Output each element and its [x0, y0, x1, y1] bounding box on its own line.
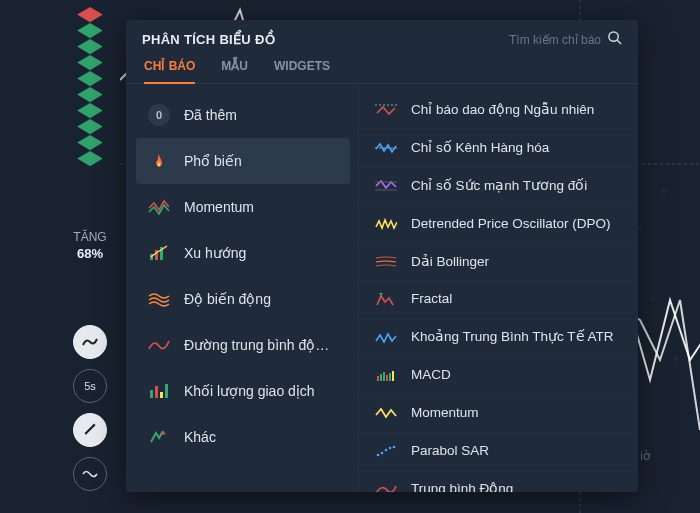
svg-point-43	[389, 447, 392, 450]
tab-mẫu[interactable]: MẪU	[221, 59, 248, 83]
category-badge[interactable]: 0Đã thêm	[136, 92, 350, 138]
indicator-label: Chỉ báo dao động Ngẫu nhiên	[411, 102, 594, 119]
svg-rect-26	[160, 392, 163, 398]
cci-icon	[375, 140, 397, 156]
momentum-icon	[148, 196, 170, 218]
draw-tool-btn[interactable]	[73, 413, 107, 447]
indicator-psar[interactable]: Parabol SAR	[359, 433, 632, 471]
indicator-label: Chỉ số Kênh Hàng hóa	[411, 140, 549, 157]
category-label: Đường trung bình độ…	[184, 337, 329, 353]
indicator-label: Chỉ số Sức mạnh Tương đối	[411, 178, 587, 195]
svg-rect-12	[77, 55, 102, 70]
flame-icon	[148, 150, 170, 172]
search-input[interactable]	[491, 33, 601, 47]
indicator-tool-btn[interactable]	[73, 457, 107, 491]
timeframe-btn[interactable]: 5s	[73, 369, 107, 403]
category-label: Momentum	[184, 199, 254, 215]
indicator-atr[interactable]: Khoảng Trung Bình Thực Tế ATR	[359, 319, 632, 357]
indicator-dpo[interactable]: Detrended Price Oscillator (DPO)	[359, 206, 632, 244]
svg-marker-33	[379, 293, 383, 296]
panel-title: PHÂN TÍCH BIỂU ĐỒ	[142, 32, 275, 47]
svg-rect-9	[77, 7, 102, 22]
tab-chỉ-báo[interactable]: CHỈ BÁO	[144, 59, 195, 83]
svg-rect-34	[377, 376, 379, 381]
fractal-icon	[375, 292, 397, 308]
category-flame[interactable]: Phổ biến	[136, 138, 350, 184]
svg-rect-11	[77, 39, 102, 54]
indicator-panel: PHÂN TÍCH BIỂU ĐỒ CHỈ BÁOMẪUWIDGETS 0Đã …	[126, 20, 638, 492]
category-label: Khác	[184, 429, 216, 445]
ma-icon	[148, 334, 170, 356]
indicators-column: Chỉ báo dao động Ngẫu nhiênChỉ số Kênh H…	[358, 84, 638, 492]
category-label: Phổ biến	[184, 153, 242, 169]
left-rail: TĂNG 68% 5s	[60, 0, 120, 513]
indicator-cci[interactable]: Chỉ số Kênh Hàng hóa	[359, 130, 632, 168]
stochastic-icon	[375, 102, 397, 118]
svg-point-40	[377, 454, 380, 457]
category-other[interactable]: Khác	[136, 414, 350, 460]
rsi-icon	[375, 178, 397, 194]
svg-rect-24	[150, 390, 153, 398]
svg-point-41	[381, 452, 384, 455]
psar-icon	[375, 443, 397, 459]
indicator-label: Parabol SAR	[411, 443, 489, 460]
category-volatility[interactable]: Độ biến động	[136, 276, 350, 322]
indicator-label: Detrended Price Oscillator (DPO)	[411, 216, 611, 233]
svg-line-20	[617, 40, 621, 44]
indicator-momentum2[interactable]: Momentum	[359, 395, 632, 433]
dpo-icon	[375, 216, 397, 232]
indicator-label: Fractal	[411, 291, 452, 308]
volatility-icon	[148, 288, 170, 310]
indicator-label: Dải Bollinger	[411, 254, 489, 271]
indicator-label: Khoảng Trung Bình Thực Tế ATR	[411, 329, 614, 346]
atr-icon	[375, 330, 397, 346]
indicator-label: Trung bình Động	[411, 481, 513, 492]
timeframe-label: 5s	[84, 380, 96, 392]
bg-timescale-label: iờ	[640, 449, 650, 463]
indicator-fractal[interactable]: Fractal	[359, 281, 632, 319]
indicator-label: Momentum	[411, 405, 479, 422]
search-icon[interactable]	[607, 30, 622, 49]
svg-rect-35	[380, 374, 382, 381]
svg-rect-15	[77, 103, 102, 118]
indicator-macd[interactable]: MACD	[359, 357, 632, 395]
svg-point-6	[650, 297, 655, 302]
category-trend[interactable]: Xu hướng	[136, 230, 350, 276]
svg-rect-18	[77, 151, 102, 166]
svg-rect-39	[392, 371, 394, 381]
svg-rect-14	[77, 87, 102, 102]
macd-icon	[375, 368, 397, 384]
indicator-bollinger[interactable]: Dải Bollinger	[359, 244, 632, 282]
svg-point-3	[638, 225, 643, 230]
category-volume[interactable]: Khối lượng giao dịch	[136, 368, 350, 414]
svg-point-4	[662, 189, 667, 194]
bollinger-icon	[375, 254, 397, 270]
indicator-label: MACD	[411, 367, 451, 384]
indicator-rsi[interactable]: Chỉ số Sức mạnh Tương đối	[359, 168, 632, 206]
category-label: Xu hướng	[184, 245, 246, 261]
svg-rect-38	[389, 373, 391, 381]
badge-icon: 0	[148, 104, 170, 126]
svg-rect-16	[77, 119, 102, 134]
svg-rect-17	[77, 135, 102, 150]
category-label: Độ biến động	[184, 291, 271, 307]
svg-rect-37	[386, 375, 388, 381]
svg-rect-27	[165, 384, 168, 398]
svg-rect-13	[77, 71, 102, 86]
direction-percent: 68%	[77, 246, 103, 261]
svg-point-8	[674, 357, 679, 362]
indicator-stochastic[interactable]: Chỉ báo dao động Ngẫu nhiên	[359, 92, 632, 130]
svg-rect-10	[77, 23, 102, 38]
category-momentum[interactable]: Momentum	[136, 184, 350, 230]
category-ma[interactable]: Đường trung bình độ…	[136, 322, 350, 368]
svg-point-19	[609, 32, 618, 41]
category-label: Khối lượng giao dịch	[184, 383, 315, 399]
chart-type-btn[interactable]	[73, 325, 107, 359]
svg-point-44	[393, 446, 396, 449]
tab-widgets[interactable]: WIDGETS	[274, 59, 330, 83]
signal-stack	[68, 2, 112, 162]
svg-point-42	[385, 449, 388, 452]
categories-column: 0Đã thêmPhổ biếnMomentumXu hướngĐộ biến …	[126, 84, 358, 492]
indicator-ema[interactable]: Trung bình Động	[359, 471, 632, 492]
trend-icon	[148, 242, 170, 264]
